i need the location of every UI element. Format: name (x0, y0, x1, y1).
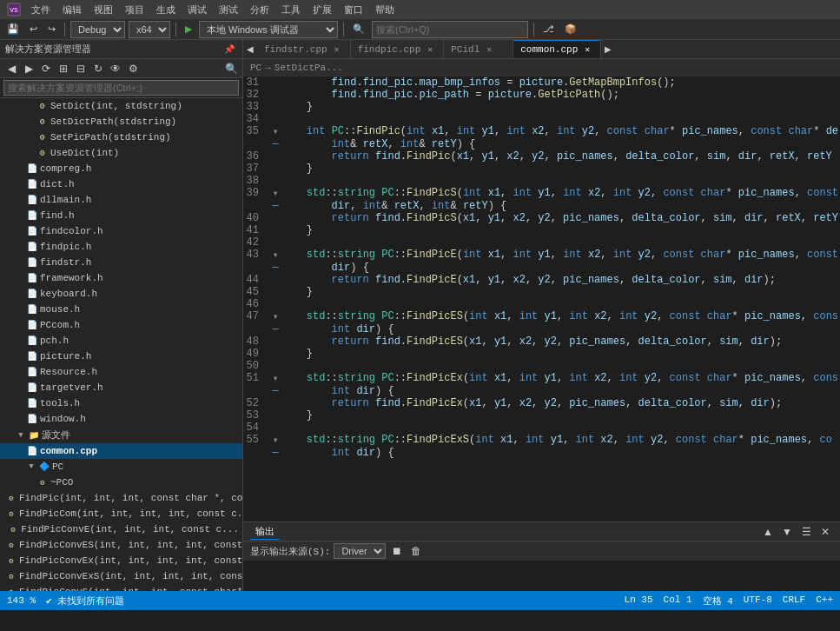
fold-btn-35[interactable]: ▾ (269, 125, 281, 138)
tree-item-setpicpath[interactable]: ⚙ SetPicPath(stdstring) (0, 130, 242, 145)
menu-edit[interactable]: 编辑 (57, 2, 87, 18)
tree-item-dllmain-h[interactable]: 📄 dllmain.h (0, 192, 242, 208)
fold-btn[interactable] (269, 397, 281, 409)
sidebar-pin-btn[interactable]: 📌 (222, 42, 237, 57)
fold-btn[interactable] (269, 150, 281, 163)
output-stop-btn[interactable]: ⏹ (389, 543, 405, 559)
fold-btn[interactable] (269, 409, 281, 422)
tree-item-findpiconvex[interactable]: ⚙ FindPicConvE(int, int, int, const c... (0, 521, 242, 537)
menu-debug[interactable]: 调试 (182, 2, 212, 18)
output-close-btn[interactable]: ✕ (817, 524, 833, 540)
redo-btn[interactable]: ↪ (44, 21, 59, 38)
tree-item-keyboard-h[interactable]: 📄 keyboard.h (0, 286, 242, 302)
sidebar-settings-btn[interactable]: ⚙ (125, 61, 141, 76)
sidebar-collapse-btn[interactable]: ⊟ (73, 61, 89, 76)
tab-close-findpic[interactable]: ✕ (424, 43, 436, 56)
tree-item-findpic-h[interactable]: 📄 findpic.h (0, 239, 242, 255)
fold-btn[interactable] (269, 89, 281, 101)
tree-item-pco[interactable]: ⚙ ~PCO (0, 475, 242, 490)
fold-btn[interactable] (269, 163, 281, 175)
code-editor[interactable]: 31 find.find_pic.map_bmp_infos = picture… (243, 76, 840, 521)
tab-close-pcidl[interactable]: ✕ (483, 43, 495, 56)
tree-item-compreg-h[interactable]: 📄 compreg.h (0, 161, 242, 176)
sidebar-refresh-btn[interactable]: ↻ (90, 61, 106, 76)
tab-findstr-cpp[interactable]: findstr.cpp ✕ (257, 40, 351, 58)
undo-btn[interactable]: ↩ (26, 21, 41, 38)
fold-btn-55[interactable]: ▾ (269, 434, 281, 447)
tree-item-findpicconv2[interactable]: ⚙ FindPicConvES(int, int, int, int, cons… (0, 537, 242, 553)
tree-item-findstr-h[interactable]: 📄 findstr.h (0, 255, 242, 270)
menu-window[interactable]: 窗口 (339, 2, 368, 18)
tree-item-window-h[interactable]: 📄 window.h (0, 411, 242, 427)
run-btn[interactable]: ▶ (182, 21, 195, 38)
fold-btn[interactable] (269, 274, 281, 286)
fold-btn[interactable] (269, 422, 281, 434)
tree-item-findpic-m[interactable]: ⚙ FindPic(int, int, int, const char *, c… (0, 490, 242, 506)
sidebar-search-btn[interactable]: 🔍 (223, 61, 239, 76)
fold-btn[interactable] (269, 348, 281, 360)
fold-btn[interactable] (269, 212, 281, 224)
menu-project[interactable]: 项目 (120, 2, 149, 18)
tree-item-usedict[interactable]: ⚙ UseDict(int) (0, 145, 242, 161)
sidebar-back-btn[interactable]: ◀ (3, 61, 19, 76)
output-source-select[interactable]: Driver (334, 543, 386, 559)
menu-help[interactable]: 帮助 (370, 2, 400, 18)
fold-btn-43[interactable]: ▾ (269, 249, 281, 262)
fold-btn-51[interactable]: ▾ (269, 372, 281, 385)
expand-icon[interactable]: ▼ (16, 430, 26, 441)
tree-item-findcolor-h[interactable]: 📄 findcolor.h (0, 223, 242, 239)
sidebar-fwd-btn[interactable]: ▶ (21, 61, 36, 76)
menu-tools[interactable]: 工具 (276, 2, 306, 18)
menu-bar[interactable]: 文件 编辑 视图 项目 生成 调试 测试 分析 工具 扩展 窗口 帮助 (26, 2, 400, 18)
menu-test[interactable]: 测试 (214, 2, 243, 18)
tree-item-setdictpath[interactable]: ⚙ SetDictPath(stdstring) (0, 114, 242, 130)
tree-item-pch-h[interactable]: 📄 pch.h (0, 333, 242, 349)
output-clear-btn[interactable]: 🗑 (408, 543, 424, 559)
tab-close-findstr[interactable]: ✕ (331, 43, 343, 56)
fold-btn[interactable] (269, 224, 281, 236)
tree-item-findpicconvex2[interactable]: ⚙ FindPicConvEx(int, int, int, int, cons… (0, 553, 242, 568)
tree-item-mouse-h[interactable]: 📄 mouse.h (0, 302, 242, 317)
search-btn[interactable]: 🔍 (349, 21, 368, 38)
new-project-btn[interactable]: 💾 (3, 21, 23, 38)
fold-btn[interactable] (269, 175, 281, 187)
ext-btn[interactable]: 📦 (561, 21, 580, 38)
tree-item-framework-h[interactable]: 📄 framework.h (0, 270, 242, 286)
tree-item-pccom-h[interactable]: 📄 PCcom.h (0, 317, 242, 333)
fold-btn[interactable] (269, 286, 281, 298)
tree-item-common-cpp[interactable]: 📄 common.cpp (0, 443, 242, 459)
tree-item-findpicconvs[interactable]: ⚙ FindPicConvS(int, int, int, const char… (0, 584, 242, 591)
platform-select[interactable]: x64 (129, 21, 170, 38)
pc-expand-icon[interactable]: ▼ (26, 462, 36, 472)
fold-btn[interactable] (269, 236, 281, 249)
tab-findpic-cpp[interactable]: findpic.cpp ✕ (351, 40, 445, 58)
sidebar-sync-btn[interactable]: ⟳ (38, 61, 54, 76)
tab-pcidl[interactable]: PCidl ✕ (444, 40, 513, 58)
tree-item-dict-h[interactable]: 📄 dict.h (0, 176, 242, 192)
fold-btn[interactable] (269, 76, 281, 89)
sidebar-search-input[interactable] (3, 80, 239, 96)
output-tab[interactable]: 输出 (250, 524, 280, 540)
fold-btn[interactable] (269, 113, 281, 125)
menu-view[interactable]: 视图 (89, 2, 118, 18)
output-up-btn[interactable]: ▲ (760, 524, 776, 540)
sidebar-filter-btn[interactable]: ⊞ (56, 61, 71, 76)
tree-item-findpicwm[interactable]: ⚙ FindPicCom(int, int, int, int, const c… (0, 506, 242, 521)
tree-item-find-h[interactable]: 📄 find.h (0, 208, 242, 223)
sidebar-show-all-btn[interactable]: 👁 (108, 61, 123, 76)
menu-build[interactable]: 生成 (151, 2, 181, 18)
menu-file[interactable]: 文件 (26, 2, 56, 18)
tab-common-cpp[interactable]: common.cpp ✕ (513, 40, 601, 58)
output-wrap-btn[interactable]: ☰ (798, 524, 814, 540)
tree-item-setdict[interactable]: ⚙ SetDict(int, stdstring) (0, 98, 242, 114)
output-down-btn[interactable]: ▼ (779, 524, 795, 540)
tree-item-picture-h[interactable]: 📄 picture.h (0, 349, 242, 364)
fold-btn[interactable] (269, 360, 281, 372)
search-input[interactable] (372, 21, 528, 38)
tree-item-resource-h[interactable]: 📄 Resource.h (0, 364, 242, 380)
tree-item-targetver-h[interactable]: 📄 targetver.h (0, 380, 242, 395)
tree-item-findpicconvexs[interactable]: ⚙ FindPicConvExS(int, int, int, int, con… (0, 568, 242, 584)
config-select[interactable]: Debug (70, 21, 125, 38)
menu-extensions[interactable]: 扩展 (308, 2, 337, 18)
tab-scroll-left[interactable]: ◀ (243, 40, 257, 58)
